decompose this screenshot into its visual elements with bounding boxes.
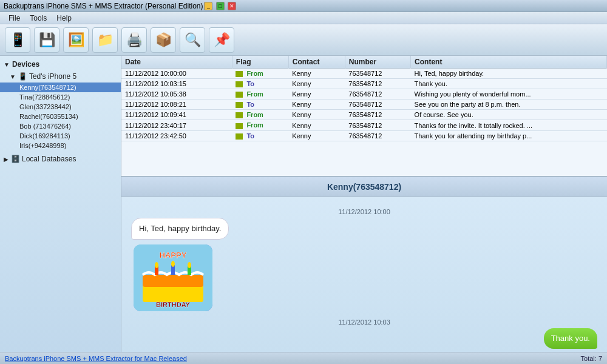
chat-bubble-row: HAPPY BIRTHDAY bbox=[131, 242, 597, 314]
toolbar-pin-button[interactable]: 📌 bbox=[209, 27, 234, 53]
table-header-row: Date Flag Contact Number Content bbox=[121, 56, 607, 69]
chat-contact-name: Kenny(763548712) bbox=[327, 182, 401, 192]
local-db-label: Local Databases bbox=[22, 155, 76, 163]
device-name: Ted's iPhone 5 bbox=[29, 72, 76, 81]
toolbar-save-button[interactable]: 💾 bbox=[34, 27, 59, 53]
status-link[interactable]: Backuptrans iPhone SMS + MMS Extractor f… bbox=[5, 355, 187, 362]
col-contact: Contact bbox=[288, 56, 345, 69]
toolbar-device-button[interactable]: 📱 bbox=[5, 27, 30, 53]
birthday-svg: HAPPY BIRTHDAY bbox=[134, 244, 212, 311]
svg-point-8 bbox=[188, 262, 191, 268]
chat-header: Kenny(763548712) bbox=[121, 177, 607, 197]
cell-number: 763548712 bbox=[345, 130, 410, 141]
chat-timestamp: 11/12/2012 10:03 bbox=[131, 318, 597, 326]
menu-tools[interactable]: Tools bbox=[25, 13, 52, 24]
sidebar-contact-bob[interactable]: Bob (713476264) bbox=[0, 121, 121, 131]
content-area: Date Flag Contact Number Content 11/12/2… bbox=[121, 56, 607, 352]
message-table: Date Flag Contact Number Content 11/12/2… bbox=[121, 56, 607, 141]
sidebar-contact-kenny[interactable]: Kenny(763548712) bbox=[0, 83, 121, 92]
sidebar-devices-header[interactable]: ▼ Devices bbox=[0, 58, 121, 70]
cell-flag: From bbox=[232, 120, 288, 130]
cell-date: 11/12/2012 23:42:50 bbox=[121, 130, 232, 141]
toolbar-folder-button[interactable]: 📁 bbox=[92, 27, 118, 53]
expand-arrow-icon: ▼ bbox=[4, 61, 10, 68]
cell-flag: From bbox=[232, 110, 288, 120]
cell-number: 763548712 bbox=[345, 99, 410, 110]
db-icon: 🗄️ bbox=[11, 155, 20, 163]
title-bar: Backuptrans iPhone SMS + MMS Extractor (… bbox=[0, 0, 607, 12]
cell-content: Thank you. bbox=[411, 79, 607, 89]
cell-flag: To bbox=[232, 99, 288, 110]
chat-messages: 11/12/2012 10:00Hi, Ted, happy birthday. bbox=[121, 197, 607, 352]
sidebar-contact-glen[interactable]: Glen(337238442) bbox=[0, 102, 121, 112]
device-icon: 📱 bbox=[18, 72, 27, 81]
col-content: Content bbox=[411, 56, 607, 69]
toolbar-search-button[interactable]: 🔍 bbox=[180, 27, 205, 53]
table-row[interactable]: 11/12/2012 10:00:00 From Kenny 763548712… bbox=[121, 69, 607, 79]
cell-number: 763548712 bbox=[345, 69, 410, 79]
cell-date: 11/12/2012 10:03:15 bbox=[121, 79, 232, 89]
sidebar-contact-tina[interactable]: Tina(728845612) bbox=[0, 92, 121, 102]
cell-number: 763548712 bbox=[345, 89, 410, 99]
svg-text:HAPPY: HAPPY bbox=[160, 251, 187, 260]
cell-flag: To bbox=[232, 79, 288, 89]
birthday-image: HAPPY BIRTHDAY bbox=[134, 244, 212, 311]
devices-label: Devices bbox=[12, 60, 39, 69]
cell-content: Hi, Ted, happy birthday. bbox=[411, 69, 607, 79]
db-expand-icon: ▶ bbox=[4, 156, 8, 163]
chat-timestamp: 11/12/2012 10:00 bbox=[131, 208, 597, 215]
table-row[interactable]: 11/12/2012 10:05:38 From Kenny 763548712… bbox=[121, 89, 607, 99]
sidebar-contact-dick[interactable]: Dick(169284113) bbox=[0, 131, 121, 141]
cell-flag: From bbox=[232, 89, 288, 99]
toolbar-archive-button[interactable]: 📦 bbox=[151, 27, 176, 53]
menu-help[interactable]: Help bbox=[52, 13, 76, 24]
maximize-button[interactable]: □ bbox=[216, 2, 225, 10]
chat-bubble: Hi, Ted, happy birthday. bbox=[131, 218, 229, 240]
cell-number: 763548712 bbox=[345, 110, 410, 120]
window-controls: _ □ ✕ bbox=[203, 1, 236, 10]
chat-bubble-row: Thank you. bbox=[131, 328, 597, 349]
sidebar-contact-iris[interactable]: Iris(+94248998) bbox=[0, 141, 121, 150]
chat-bubble: Thank you. bbox=[544, 328, 597, 349]
sidebar-contact-rachel[interactable]: Rachel(760355134) bbox=[0, 112, 121, 121]
toolbar-image-button[interactable]: 🖼️ bbox=[63, 27, 89, 53]
cell-contact: Kenny bbox=[288, 120, 345, 130]
chat-bubble-row: Hi, Ted, happy birthday. bbox=[131, 218, 597, 240]
table-row[interactable]: 11/12/2012 23:42:50 To Kenny 763548712 T… bbox=[121, 130, 607, 141]
cell-flag: To bbox=[232, 130, 288, 141]
cell-contact: Kenny bbox=[288, 89, 345, 99]
cell-contact: Kenny bbox=[288, 99, 345, 110]
cell-date: 11/12/2012 10:08:21 bbox=[121, 99, 232, 110]
table-row[interactable]: 11/12/2012 10:09:41 From Kenny 763548712… bbox=[121, 110, 607, 120]
toolbar-print-button[interactable]: 🖨️ bbox=[121, 27, 147, 53]
menu-bar: File Tools Help bbox=[0, 12, 607, 24]
svg-rect-2 bbox=[143, 275, 203, 287]
cell-contact: Kenny bbox=[288, 69, 345, 79]
toolbar: 📱 💾 🖼️ 📁 🖨️ 📦 🔍 📌 bbox=[0, 24, 607, 56]
status-bar: Backuptrans iPhone SMS + MMS Extractor f… bbox=[0, 352, 607, 364]
close-button[interactable]: ✕ bbox=[228, 2, 236, 10]
table-row[interactable]: 11/12/2012 10:08:21 To Kenny 763548712 S… bbox=[121, 99, 607, 110]
cell-flag: From bbox=[232, 69, 288, 79]
minimize-button[interactable]: _ bbox=[204, 2, 212, 10]
table-row[interactable]: 11/12/2012 10:03:15 To Kenny 763548712 T… bbox=[121, 79, 607, 89]
svg-point-7 bbox=[171, 261, 175, 267]
table-row[interactable]: 11/12/2012 23:40:17 From Kenny 763548712… bbox=[121, 120, 607, 130]
cell-date: 11/12/2012 23:40:17 bbox=[121, 120, 232, 130]
cell-contact: Kenny bbox=[288, 79, 345, 89]
title-text: Backuptrans iPhone SMS + MMS Extractor (… bbox=[4, 2, 203, 10]
cell-content: Thank you for attending my birthday p... bbox=[411, 130, 607, 141]
device-expand-icon: ▼ bbox=[10, 73, 16, 80]
cell-number: 763548712 bbox=[345, 120, 410, 130]
cell-content: Of course. See you. bbox=[411, 110, 607, 120]
cell-contact: Kenny bbox=[288, 130, 345, 141]
sidebar-device-item[interactable]: ▼ 📱 Ted's iPhone 5 bbox=[0, 70, 121, 83]
menu-file[interactable]: File bbox=[4, 13, 25, 24]
cell-content: Thanks for the invite. It totally rocked… bbox=[411, 120, 607, 130]
status-total: Total: 7 bbox=[581, 355, 602, 362]
cell-date: 11/12/2012 10:05:38 bbox=[121, 89, 232, 99]
col-flag: Flag bbox=[232, 56, 288, 69]
cell-date: 11/12/2012 10:09:41 bbox=[121, 110, 232, 120]
sidebar-local-db[interactable]: ▶ 🗄️ Local Databases bbox=[0, 153, 121, 165]
svg-text:BIRTHDAY: BIRTHDAY bbox=[156, 301, 190, 308]
